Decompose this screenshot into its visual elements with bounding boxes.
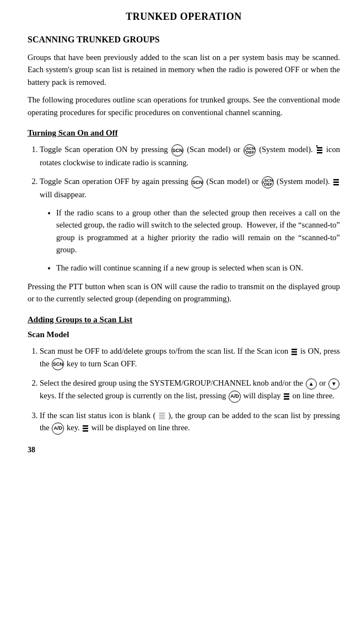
- scn-icon-1: SCN: [171, 144, 183, 156]
- page-number: 38: [28, 446, 340, 454]
- add-step-3: If the scan list status icon is blank ( …: [40, 409, 340, 435]
- svg-rect-13: [159, 413, 165, 414]
- down-arrow-icon: ▼: [328, 378, 339, 389]
- bars-icon-2: [290, 347, 298, 358]
- svg-rect-15: [159, 418, 165, 419]
- svg-rect-17: [83, 427, 88, 429]
- scn-icon-2: SCN: [191, 176, 203, 188]
- svg-rect-1: [317, 150, 322, 151]
- para-scan-1: Groups that have been previously added t…: [28, 51, 340, 88]
- 3scn-icon-1: 3SCNDEF: [244, 144, 256, 156]
- svg-rect-0: [317, 147, 322, 149]
- ad-icon-2: A/D: [52, 423, 64, 435]
- svg-rect-2: [317, 152, 322, 154]
- scn-icon-3: SCN: [52, 358, 64, 370]
- bars-icon-1: [332, 177, 340, 188]
- subheading-turning-scan: Turning Scan On and Off: [28, 128, 340, 138]
- add-step-1: Scan must be OFF to add/delete groups to…: [40, 345, 340, 370]
- bars-icon-4: [82, 423, 89, 434]
- svg-marker-3: [316, 145, 318, 147]
- svg-rect-18: [83, 430, 88, 432]
- svg-rect-12: [284, 398, 289, 400]
- adding-groups-list: Scan must be OFF to add/delete groups to…: [40, 345, 340, 435]
- svg-rect-6: [333, 184, 339, 186]
- step-scan-on: Toggle Scan operation ON by pressing SCN…: [40, 143, 340, 169]
- page-container: TRUNKED OPERATION SCANNING TRUNKED GROUP…: [28, 11, 340, 454]
- section-scanning: SCANNING TRUNKED GROUPS Groups that have…: [28, 35, 340, 118]
- svg-rect-9: [291, 354, 297, 355]
- section-adding-groups: Adding Groups to a Scan List Scan Model …: [28, 315, 340, 435]
- turning-scan-list: Toggle Scan operation ON by pressing SCN…: [40, 143, 340, 274]
- step-scan-off: Toggle Scan operation OFF by again press…: [40, 175, 340, 273]
- bars-icon-3: [283, 391, 290, 402]
- bullet-scan-2: The radio will continue scanning if a ne…: [56, 262, 340, 274]
- rotate-icon-1: [316, 145, 323, 156]
- section-turning-scan: Turning Scan On and Off Toggle Scan oper…: [28, 128, 340, 305]
- add-step-2: Select the desired group using the SYSTE…: [40, 377, 340, 402]
- svg-rect-4: [333, 179, 339, 181]
- page-title: TRUNKED OPERATION: [28, 11, 340, 23]
- svg-rect-14: [159, 415, 165, 417]
- ad-icon-1: A/D: [229, 391, 241, 403]
- 3scn-icon-2: 3SCNDEF: [262, 176, 274, 188]
- section-heading-scanning: SCANNING TRUNKED GROUPS: [28, 35, 340, 45]
- svg-rect-16: [83, 425, 88, 427]
- svg-rect-5: [333, 182, 339, 183]
- blank-icon: [158, 410, 166, 421]
- bullet-scan-1: If the radio scans to a group other than…: [56, 207, 340, 256]
- svg-rect-7: [291, 349, 297, 350]
- para-scan-2: The following procedures outline scan op…: [28, 94, 340, 118]
- scan-bullets: If the radio scans to a group other than…: [56, 207, 340, 274]
- para-ptt: Pressing the PTT button when scan is ON …: [28, 280, 340, 305]
- svg-rect-10: [284, 393, 289, 395]
- subheading-adding-groups: Adding Groups to a Scan List: [28, 315, 340, 324]
- svg-rect-8: [291, 351, 297, 353]
- scan-model-heading: Scan Model: [28, 330, 340, 339]
- svg-rect-11: [284, 396, 289, 397]
- up-arrow-icon: ▲: [306, 378, 317, 389]
